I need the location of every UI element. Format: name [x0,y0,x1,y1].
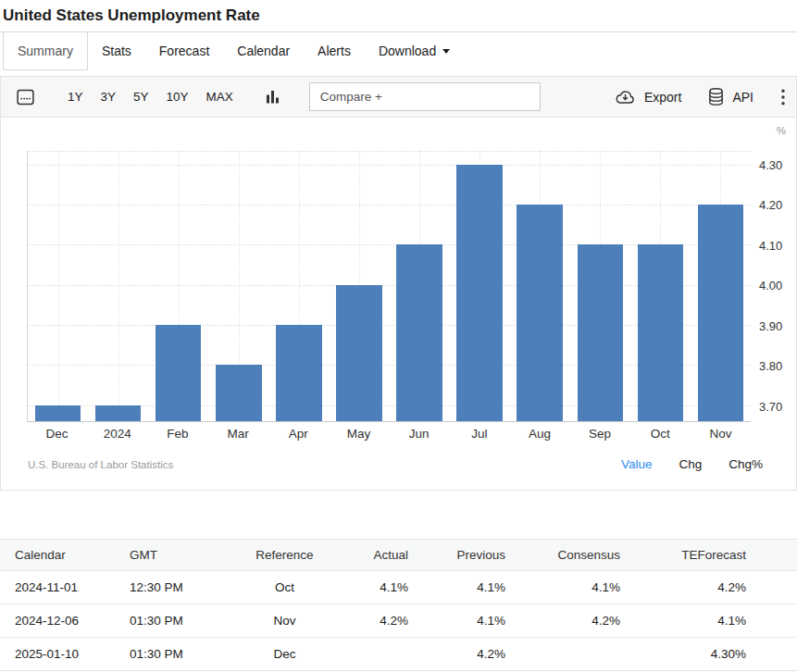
bar-column [329,151,389,421]
x-axis-label: Dec [27,427,87,441]
tab-bar: Summary Stats Forecast Calendar Alerts D… [0,31,797,70]
tab-label: Stats [102,44,131,58]
cell-teforecast: 4.2% [620,571,797,604]
bar-aug [517,205,562,421]
bar-column [268,151,329,421]
compare-input[interactable] [309,82,541,111]
calendar-range-button[interactable] [10,83,41,110]
cell-actual: 4.1% [329,571,408,604]
col-header-previous: Previous [408,540,505,571]
col-header-reference: Reference [241,540,329,571]
cell-calendar: 2024-11-01 [0,571,130,604]
range-max[interactable]: MAX [200,86,240,107]
cell-consensus: 4.2% [505,604,620,638]
source-attribution: U.S. Bureau of Labor Statistics [28,459,173,470]
range-10y[interactable]: 10Y [160,86,195,107]
x-axis-label: Apr [268,427,329,441]
bar-dec [35,405,81,421]
range-3y[interactable]: 3Y [94,86,123,107]
bar-2024 [95,405,141,421]
chevron-down-icon [442,49,450,54]
bar-jun [396,244,442,421]
bar-jul [456,165,502,421]
y-axis: 4.304.204.104.003.903.803.70 [751,151,796,422]
cell-calendar: 2025-01-10 [0,638,130,671]
tab-forecast[interactable]: Forecast [145,32,223,70]
kebab-menu-icon [781,89,785,106]
cell-previous: 4.1% [408,571,505,604]
calendar-icon [16,87,35,106]
table-header-row: Calendar GMT Reference Actual Previous C… [0,540,797,571]
cell-calendar: 2024-12-06 [0,604,130,638]
api-button[interactable]: API [702,83,759,110]
y-axis-tick-label: 4.20 [759,198,782,212]
cloud-download-icon [614,88,637,106]
series-link-chgpct[interactable]: Chg% [729,457,763,471]
table-row: 2024-12-06 01:30 PM Nov 4.2% 4.1% 4.2% 4… [0,604,797,638]
x-axis: Dec2024FebMarAprMayJunJulAugSepOctNov [27,427,751,441]
bar-column [691,151,751,421]
y-axis-tick-label: 3.80 [759,359,782,373]
chart-type-button[interactable] [260,85,285,108]
col-header-gmt: GMT [130,540,241,571]
cell-actual: 4.2% [329,604,408,638]
range-1y[interactable]: 1Y [61,86,90,107]
bar-apr [276,325,321,421]
series-link-value[interactable]: Value [621,457,653,471]
series-mode-links: Value Chg Chg% [621,457,763,471]
x-axis-label: Aug [509,427,569,441]
cell-previous: 4.2% [408,638,505,671]
x-axis-label: Mar [208,427,268,441]
tab-alerts[interactable]: Alerts [304,32,365,70]
cell-previous: 4.1% [408,604,505,638]
cell-reference: Nov [241,604,329,638]
tab-label: Calendar [237,44,290,58]
tab-label: Forecast [159,44,209,58]
y-axis-tick-label: 4.30 [759,157,782,171]
x-axis-label: Jun [389,427,449,441]
col-header-actual: Actual [329,540,408,571]
y-axis-tick-label: 4.10 [759,238,782,252]
bar-chart: % 4.304.204.104.003.903.803.70 Dec2024Fe… [1,118,796,490]
bar-nov [698,205,743,421]
x-axis-label: Sep [570,427,630,441]
export-label: Export [644,90,681,105]
y-axis-tick-label: 4.00 [759,279,782,292]
kebab-menu-button[interactable] [774,85,785,109]
bar-mar [216,365,261,421]
cell-teforecast: 4.1% [620,604,797,638]
cell-teforecast: 4.30% [620,638,797,671]
col-header-teforecast: TEForecast [620,540,797,571]
bar-sep [578,244,623,421]
x-axis-label: Feb [147,427,207,441]
bar-column [208,151,268,421]
bar-oct [638,244,683,421]
x-axis-label: Nov [691,427,751,441]
api-label: API [732,90,753,105]
table-row: 2025-01-10 01:30 PM Dec 4.2% 4.30% [0,638,797,671]
tab-calendar[interactable]: Calendar [223,32,304,70]
col-header-calendar: Calendar [0,540,130,571]
tab-summary[interactable]: Summary [3,32,88,70]
export-button[interactable]: Export [608,84,687,109]
database-icon [707,87,725,106]
toolbar-right-group: Export API [608,83,785,110]
chart-panel: 1Y 3Y 5Y 10Y MAX Export API [0,76,797,491]
x-axis-label: Jul [449,427,509,441]
series-link-chg[interactable]: Chg [679,457,702,471]
y-axis-tick-label: 3.90 [759,318,782,332]
cell-gmt: 01:30 PM [130,604,241,638]
cell-gmt: 12:30 PM [130,571,241,604]
tab-download[interactable]: Download [365,32,464,70]
range-5y[interactable]: 5Y [127,86,156,107]
page-title: United States Unemployment Rate [0,0,797,31]
bar-may [336,285,381,421]
cell-consensus [505,638,620,671]
range-selector: 1Y 3Y 5Y 10Y MAX [61,86,240,107]
calendar-table: Calendar GMT Reference Actual Previous C… [0,539,797,671]
tab-stats[interactable]: Stats [88,32,145,70]
chart-toolbar: 1Y 3Y 5Y 10Y MAX Export API [1,77,796,118]
cell-consensus: 4.1% [505,571,620,604]
cell-reference: Oct [241,571,329,604]
bar-column [570,151,630,421]
